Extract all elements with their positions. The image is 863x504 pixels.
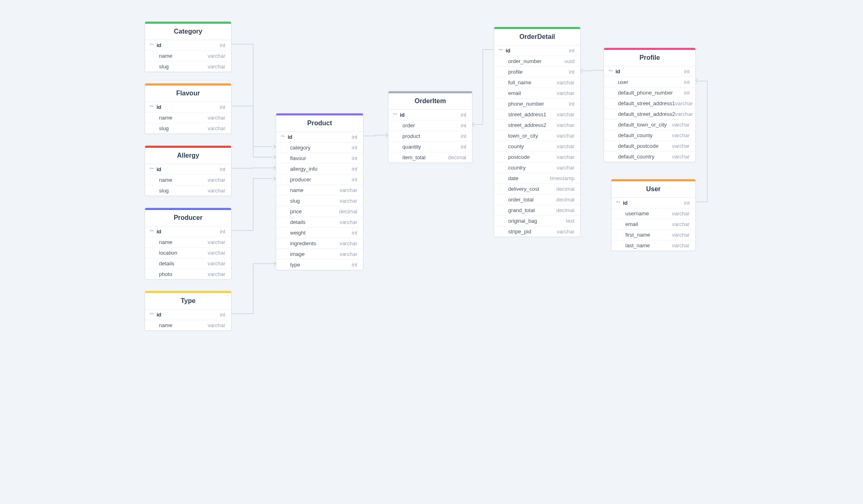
field-row[interactable]: namevarchar xyxy=(145,237,231,248)
field-name: email xyxy=(498,90,521,96)
entity-title: OrderItem xyxy=(388,93,472,110)
field-row[interactable]: datetimestamp xyxy=(494,173,580,184)
field-row[interactable]: producerint xyxy=(276,174,363,185)
key-icon xyxy=(615,200,620,206)
field-name: quantity xyxy=(393,144,421,150)
field-row[interactable]: ingredientsvarchar xyxy=(276,238,363,249)
field-row[interactable]: delivery_costdecimal xyxy=(494,184,580,194)
field-row[interactable]: idint xyxy=(145,226,231,237)
entity-category[interactable]: Categoryidintnamevarcharslugvarchar xyxy=(145,21,232,72)
field-row[interactable]: default_postcodevarchar xyxy=(604,141,695,151)
entity-allergy[interactable]: Allergyidintnamevarcharslugvarchar xyxy=(145,145,232,196)
entity-orderitem[interactable]: OrderItemidintorderintproductintquantity… xyxy=(388,91,472,163)
field-type: varchar xyxy=(340,240,357,246)
field-row[interactable]: slugvarchar xyxy=(276,196,363,206)
field-row[interactable]: grand_totaldecimal xyxy=(494,205,580,216)
field-row[interactable]: full_namevarchar xyxy=(494,77,580,88)
field-name: name xyxy=(149,177,173,183)
field-row[interactable]: locationvarchar xyxy=(145,248,231,258)
field-row[interactable]: idint xyxy=(145,310,231,320)
field-row[interactable]: default_street_address1varchar xyxy=(604,98,695,109)
field-row[interactable]: slugvarchar xyxy=(145,185,231,196)
field-name: details xyxy=(149,260,175,267)
entity-user[interactable]: Useridintusernamevarcharemailvarcharfirs… xyxy=(611,179,696,251)
field-row[interactable]: productint xyxy=(388,131,472,142)
field-row[interactable]: weightint xyxy=(276,228,363,238)
field-name: producer xyxy=(280,176,311,183)
field-row[interactable]: first_namevarchar xyxy=(611,230,695,240)
field-row[interactable]: postcodevarchar xyxy=(494,152,580,163)
field-row[interactable]: slugvarchar xyxy=(145,61,231,72)
field-row[interactable]: order_totaldecimal xyxy=(494,194,580,205)
field-row[interactable]: idint xyxy=(388,110,472,120)
field-row[interactable]: countryvarchar xyxy=(494,163,580,173)
field-row[interactable]: idint xyxy=(145,164,231,175)
field-row[interactable]: photovarchar xyxy=(145,269,231,279)
field-row[interactable]: profileint xyxy=(494,67,580,77)
field-row[interactable]: namevarchar xyxy=(145,320,231,330)
field-type: varchar xyxy=(557,143,575,149)
field-row[interactable]: flavourint xyxy=(276,153,363,164)
field-row[interactable]: last_namevarchar xyxy=(611,240,695,251)
field-row[interactable]: userint xyxy=(604,77,695,88)
field-type: int xyxy=(220,42,225,48)
field-row[interactable]: idint xyxy=(276,132,363,142)
field-row[interactable]: default_town_or_cityvarchar xyxy=(604,120,695,130)
field-row[interactable]: usernamevarchar xyxy=(611,208,695,219)
field-row[interactable]: categoryint xyxy=(276,142,363,153)
field-row[interactable]: default_street_address2varchar xyxy=(604,109,695,120)
field-type: varchar xyxy=(672,232,690,238)
entity-orderdetail[interactable]: OrderDetailidintorder_numberuuidprofilei… xyxy=(494,27,581,237)
field-row[interactable]: phone_numberint xyxy=(494,99,580,109)
entity-type[interactable]: Typeidintnamevarchar xyxy=(145,291,232,331)
field-row[interactable]: default_countryvarchar xyxy=(604,151,695,162)
field-row[interactable]: quantityint xyxy=(388,142,472,152)
field-row[interactable]: order_numberuuid xyxy=(494,56,580,67)
field-type: int xyxy=(352,134,357,140)
field-row[interactable]: orderint xyxy=(388,120,472,131)
field-name: user xyxy=(608,79,628,85)
field-row[interactable]: town_or_cityvarchar xyxy=(494,131,580,141)
entity-product[interactable]: Productidintcategoryintflavourintallergy… xyxy=(276,113,363,270)
field-name: date xyxy=(498,175,518,181)
field-row[interactable]: pricedecimal xyxy=(276,206,363,217)
field-row[interactable]: default_countyvarchar xyxy=(604,130,695,141)
entity-profile[interactable]: Profileidintuserintdefault_phone_numberi… xyxy=(604,47,696,162)
field-type: int xyxy=(461,133,466,139)
field-name: id xyxy=(280,134,293,140)
field-row[interactable]: slugvarchar xyxy=(145,123,231,133)
field-row[interactable]: street_address1varchar xyxy=(494,109,580,120)
field-row[interactable]: emailvarchar xyxy=(494,88,580,99)
field-row[interactable]: idint xyxy=(145,102,231,113)
field-row[interactable]: detailsvarchar xyxy=(276,217,363,228)
field-row[interactable]: idint xyxy=(494,45,580,56)
entity-producer[interactable]: Produceridintnamevarcharlocationvarchard… xyxy=(145,208,232,280)
field-row[interactable]: item_totaldecimal xyxy=(388,152,472,163)
field-row[interactable]: namevarchar xyxy=(145,51,231,61)
field-row[interactable]: allergy_infoint xyxy=(276,164,363,174)
field-row[interactable]: stripe_pidvarchar xyxy=(494,226,580,237)
field-row[interactable]: detailsvarchar xyxy=(145,258,231,269)
field-row[interactable]: typeint xyxy=(276,260,363,270)
erd-canvas[interactable]: CategoryidintnamevarcharslugvarcharFlavo… xyxy=(132,0,731,340)
field-row[interactable]: street_address2varchar xyxy=(494,120,580,131)
field-name: street_address1 xyxy=(498,111,546,118)
field-row[interactable]: idint xyxy=(604,66,695,77)
field-row[interactable]: idint xyxy=(611,198,695,208)
field-row[interactable]: countyvarchar xyxy=(494,141,580,152)
field-row[interactable]: namevarchar xyxy=(145,175,231,185)
field-name: price xyxy=(280,208,302,215)
entity-flavour[interactable]: Flavouridintnamevarcharslugvarchar xyxy=(145,83,232,134)
field-row[interactable]: default_phone_numberint xyxy=(604,88,695,98)
field-name: username xyxy=(615,210,649,217)
field-row[interactable]: namevarchar xyxy=(145,113,231,123)
field-name: location xyxy=(149,250,177,256)
field-row[interactable]: original_bagtext xyxy=(494,216,580,226)
field-row[interactable]: idint xyxy=(145,40,231,51)
field-row[interactable]: imagevarchar xyxy=(276,249,363,260)
field-name: type xyxy=(280,262,300,268)
field-name: first_name xyxy=(615,232,650,238)
field-row[interactable]: emailvarchar xyxy=(611,219,695,230)
field-type: varchar xyxy=(208,53,225,59)
field-row[interactable]: namevarchar xyxy=(276,185,363,196)
